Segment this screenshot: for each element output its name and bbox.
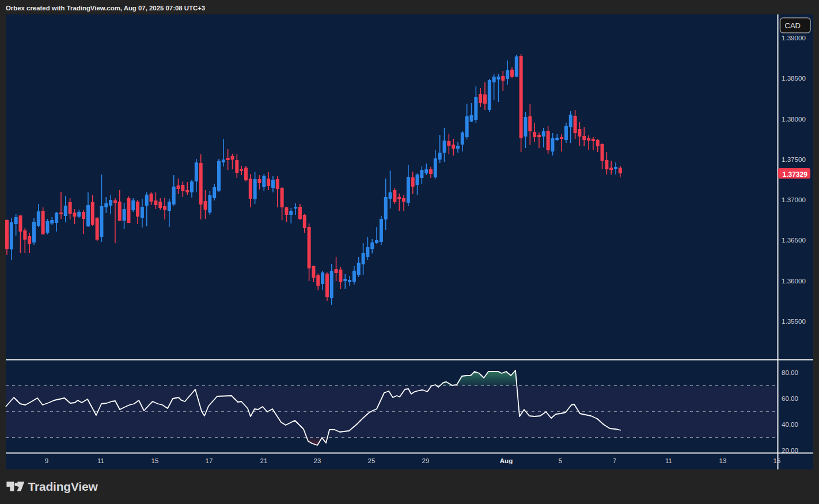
svg-text:9: 9	[45, 457, 48, 464]
svg-text:1.39000: 1.39000	[782, 34, 806, 41]
svg-text:1.38500: 1.38500	[782, 74, 806, 82]
svg-text:Aug: Aug	[500, 457, 513, 464]
svg-text:7: 7	[613, 457, 616, 464]
svg-text:11: 11	[97, 457, 104, 464]
svg-text:Orbex created with TradingView: Orbex created with TradingView.com, Aug …	[6, 5, 205, 12]
svg-text:15: 15	[151, 457, 159, 464]
svg-text:1.38000: 1.38000	[782, 115, 806, 123]
svg-text:17: 17	[206, 457, 213, 464]
svg-text:21: 21	[260, 457, 268, 464]
svg-text:1.37000: 1.37000	[782, 196, 806, 203]
svg-text:1.35500: 1.35500	[782, 317, 806, 325]
svg-text:29: 29	[422, 457, 430, 464]
svg-text:40.00: 40.00	[782, 420, 798, 428]
svg-text:CAD: CAD	[785, 21, 801, 30]
svg-text:25: 25	[368, 457, 376, 464]
svg-text:13: 13	[719, 457, 727, 464]
svg-text:1.37329: 1.37329	[783, 170, 808, 179]
svg-text:1.36000: 1.36000	[782, 277, 806, 285]
svg-text:TradingView: TradingView	[28, 480, 98, 493]
svg-text:60.00: 60.00	[782, 395, 798, 402]
svg-text:80.00: 80.00	[782, 369, 798, 376]
svg-text:23: 23	[314, 457, 321, 464]
svg-text:1.36500: 1.36500	[782, 236, 806, 244]
svg-text:5: 5	[559, 457, 562, 464]
svg-text:11: 11	[665, 457, 672, 464]
svg-text:15: 15	[774, 457, 781, 464]
svg-text:20.00: 20.00	[782, 446, 798, 454]
svg-text:1.37500: 1.37500	[782, 156, 806, 163]
